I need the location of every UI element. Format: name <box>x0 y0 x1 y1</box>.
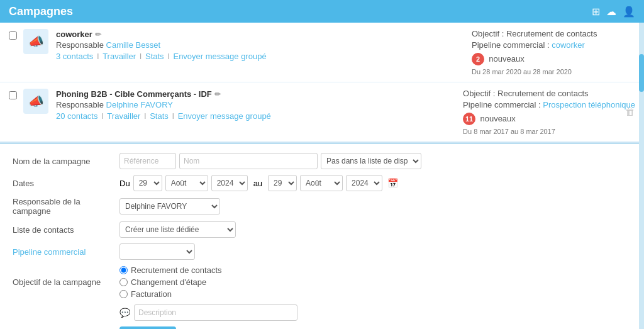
dates-controls: Du 29 Août 2024 au 29 Août 2024 📅 <box>119 175 398 191</box>
nom-row: Nom de la campagne Pas dans la liste de … <box>13 153 631 169</box>
month-to-select[interactable]: Août <box>300 175 343 191</box>
campaign-responsible-2: Responsable Delphine FAVORY <box>56 100 450 109</box>
header-icons: ⊞ ☁ 👤 <box>592 6 635 18</box>
liste-select[interactable]: Créer une liste dédiée <box>119 221 236 238</box>
liste-controls: Créer une liste dédiée <box>119 221 236 238</box>
user-icon[interactable]: 👤 <box>623 6 635 18</box>
campaign-nouveaux-2: 11 nouveaux <box>463 113 635 125</box>
dates-row: Dates Du 29 Août 2024 au 29 Août 2024 📅 <box>13 175 631 191</box>
campaign-links-2: 20 contacts I Travailler I Stats I Envoy… <box>56 111 450 121</box>
campaign-info-1: coworker ✏ Responsable Camille Besset 3 … <box>56 29 459 61</box>
responsible-link-1[interactable]: Camille Besset <box>106 40 161 50</box>
campaign-pipeline-1: Pipeline commercial : coworker <box>472 40 635 50</box>
campaign-checkbox-1[interactable] <box>9 31 17 40</box>
page-title: Campagnes <box>9 5 73 18</box>
add-button[interactable]: Ajouter <box>119 326 176 329</box>
nom-controls: Pas dans la liste de dispatch <box>119 153 425 169</box>
campaign-dates-2: Du 8 mar 2017 au 8 mar 2017 <box>463 128 635 135</box>
pipeline-row: Pipeline commercial <box>13 243 631 260</box>
delete-icon-2[interactable]: 🗑 <box>625 106 635 118</box>
travailler-link-2[interactable]: Travailler <box>107 111 140 121</box>
form-section: Nom de la campagne Pas dans la liste de … <box>0 143 644 329</box>
campaign-right-1: Objectif : Recrutement de contacts Pipel… <box>459 29 635 75</box>
campaign-item: 📣 coworker ✏ Responsable Camille Besset … <box>0 23 644 82</box>
stats-link-2[interactable]: Stats <box>150 111 169 121</box>
campaign-objective-1: Objectif : Recrutement de contacts <box>472 29 635 38</box>
responsible-link-2[interactable]: Delphine FAVORY <box>106 100 173 109</box>
liste-row: Liste de contacts Créer une liste dédiée <box>13 221 631 238</box>
objectif-row: Objectif de la campagne Recrutement de c… <box>13 265 631 299</box>
pipeline-link-2[interactable]: Prospection téléphonique <box>543 100 635 109</box>
responsable-row: Responsable de la campagne Delphine FAVO… <box>13 197 631 216</box>
pipeline-controls <box>119 243 195 260</box>
badge-2: 11 <box>463 113 475 125</box>
campaign-links-1: 3 contacts I Travailler I Stats I Envoye… <box>56 52 459 61</box>
objectif-radio-group: Recrutement de contacts Changement d'éta… <box>119 265 222 299</box>
au-label: au <box>253 179 262 188</box>
scrollbar-thumb[interactable] <box>639 54 644 92</box>
desc-icon: 💬 <box>119 308 130 318</box>
campaign-list: 📣 coworker ✏ Responsable Camille Besset … <box>0 23 644 143</box>
scrollbar[interactable] <box>639 23 644 329</box>
campaign-info-2: Phoning B2B - Cible Commerçants - IDF ✏ … <box>56 89 450 121</box>
radio-facturation[interactable] <box>119 290 128 298</box>
contacts-link-2[interactable]: 20 contacts <box>56 111 98 121</box>
radio-label-recrutement: Recrutement de contacts <box>131 265 222 275</box>
nom-label: Nom de la campagne <box>13 157 119 166</box>
day-from-select[interactable]: 29 <box>133 175 162 191</box>
radio-label-facturation: Facturation <box>131 289 172 299</box>
badge-1: 2 <box>472 53 484 65</box>
pipeline-link-1[interactable]: coworker <box>552 40 585 50</box>
pipeline-label[interactable]: Pipeline commercial <box>13 247 119 257</box>
objectif-radio-changement[interactable]: Changement d'étape <box>119 277 222 287</box>
contacts-link-1[interactable]: 3 contacts <box>56 52 93 61</box>
campaign-item-2: 📣 Phoning B2B - Cible Commerçants - IDF … <box>0 82 644 142</box>
dispatch-select[interactable]: Pas dans la liste de dispatch <box>321 153 421 169</box>
nom-input[interactable] <box>179 153 318 169</box>
campaign-name-1: coworker ✏ <box>56 29 459 39</box>
travailler-link-1[interactable]: Travailler <box>103 52 136 61</box>
responsable-label: Responsable de la campagne <box>13 197 119 216</box>
campaign-pipeline-2: Pipeline commercial : Prospection téléph… <box>463 100 635 109</box>
message-link-2[interactable]: Envoyer message groupé <box>178 111 271 121</box>
campaign-icon-1: 📣 <box>23 29 48 54</box>
radio-recrutement[interactable] <box>119 266 128 274</box>
campaign-objective-2: Objectif : Recrutement de contacts <box>463 89 635 98</box>
responsable-controls: Delphine FAVORY <box>119 198 220 215</box>
ref-input[interactable] <box>119 153 176 169</box>
objectif-radio-recrutement[interactable]: Recrutement de contacts <box>119 265 222 275</box>
campaign-icon-2: 📣 <box>23 89 48 114</box>
campaign-nouveaux-1: 2 nouveaux <box>472 53 635 65</box>
campaign-dates-1: Du 28 mar 2020 au 28 mar 2020 <box>472 68 635 75</box>
campaign-right-2: Objectif : Recrutement de contacts Pipel… <box>450 89 635 135</box>
du-label: Du <box>119 179 130 188</box>
year-to-select[interactable]: 2024 <box>346 175 382 191</box>
campaign-responsible-1: Responsable Camille Besset <box>56 40 459 50</box>
pipeline-select[interactable] <box>119 243 195 260</box>
calendar-icon[interactable]: 📅 <box>387 178 398 188</box>
campaign-name-2: Phoning B2B - Cible Commerçants - IDF ✏ <box>56 89 450 99</box>
day-to-select[interactable]: 29 <box>268 175 297 191</box>
radio-changement[interactable] <box>119 278 128 286</box>
year-from-select[interactable]: 2024 <box>211 175 248 191</box>
campaign-checkbox-2[interactable] <box>9 91 17 99</box>
objectif-label: Objectif de la campagne <box>13 277 119 287</box>
liste-label: Liste de contacts <box>13 225 119 235</box>
desc-row: 💬 <box>119 304 631 321</box>
message-link-1[interactable]: Envoyer message groupé <box>173 52 266 61</box>
grid-icon[interactable]: ⊞ <box>592 6 600 18</box>
dates-label: Dates <box>13 179 119 188</box>
radio-label-changement: Changement d'étape <box>131 277 206 287</box>
edit-icon-2[interactable]: ✏ <box>214 90 221 99</box>
month-from-select[interactable]: Août <box>165 175 208 191</box>
objectif-radio-facturation[interactable]: Facturation <box>119 289 222 299</box>
responsable-select[interactable]: Delphine FAVORY <box>119 198 220 215</box>
edit-icon-1[interactable]: ✏ <box>95 30 101 39</box>
desc-input[interactable] <box>134 304 297 321</box>
header: Campagnes ⊞ ☁ 👤 <box>0 0 644 23</box>
cloud-icon[interactable]: ☁ <box>606 6 616 18</box>
stats-link-1[interactable]: Stats <box>145 52 164 61</box>
